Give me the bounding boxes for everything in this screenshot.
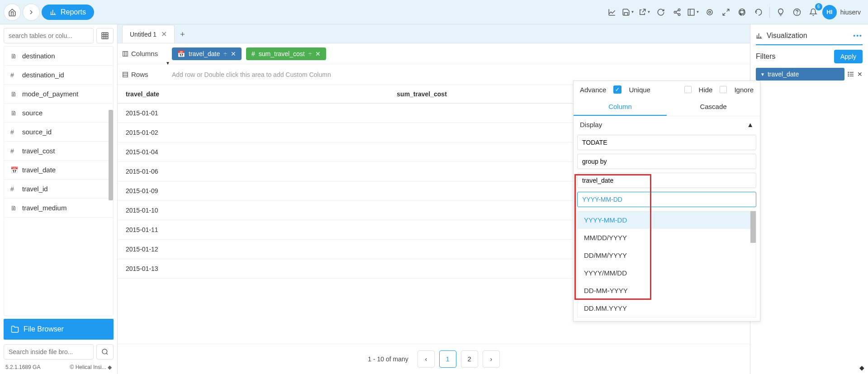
filter-remove-button[interactable]: ✕ xyxy=(857,71,863,78)
filter-chip-travel-date[interactable]: ▼ travel_date xyxy=(756,68,844,80)
hide-checkbox[interactable] xyxy=(684,86,692,93)
column-pill-travel-date[interactable]: 📅 travel_date ÷ ✕ xyxy=(172,47,242,60)
format-option[interactable]: MM/DD/YYYY xyxy=(578,229,756,246)
fullscreen-button[interactable] xyxy=(719,5,733,19)
idea-button[interactable] xyxy=(773,5,788,19)
tab-cascade[interactable]: Cascade xyxy=(667,98,760,116)
table-header[interactable]: travel_date xyxy=(118,85,389,104)
search-tables-input[interactable] xyxy=(4,28,94,43)
notifications-button[interactable]: 6 xyxy=(806,5,821,19)
grid-icon xyxy=(101,32,109,40)
format-option[interactable]: DD/MM/YYYY xyxy=(578,246,756,264)
field-item[interactable]: #travel_cost xyxy=(4,142,113,161)
hash-icon: # xyxy=(10,128,18,136)
field-item[interactable]: 🗎travel_medium xyxy=(4,199,113,218)
pagination: 1 - 10 of many ‹ 1 2 › xyxy=(118,344,750,374)
column-pill-sum-travel-cost[interactable]: # sum_travel_cost ÷ ✕ xyxy=(246,47,326,60)
next-page-button[interactable]: › xyxy=(483,350,500,368)
preview-button[interactable] xyxy=(702,5,717,19)
tab-untitled[interactable]: Untitled 1 ✕ xyxy=(122,25,175,43)
format-option[interactable]: DD.MM.YYYY xyxy=(578,299,756,317)
unique-label: Unique xyxy=(629,86,650,94)
export-icon xyxy=(638,8,646,16)
layout-button[interactable]: ▼ xyxy=(686,5,701,19)
share-button[interactable] xyxy=(670,5,684,19)
format-option[interactable]: DD-MM-YYYY xyxy=(578,282,756,299)
svg-point-24 xyxy=(102,349,107,354)
user-avatar[interactable]: HI xyxy=(822,5,837,19)
field-item[interactable]: #destination_id xyxy=(4,66,113,85)
apply-button[interactable]: Apply xyxy=(834,50,863,63)
tab-column[interactable]: Column xyxy=(574,98,667,116)
svg-line-9 xyxy=(676,10,678,11)
svg-line-25 xyxy=(106,353,108,355)
date-format-input[interactable] xyxy=(577,192,756,207)
field-item[interactable]: 🗎destination xyxy=(4,47,113,66)
format-option[interactable]: YYYY/MM/DD xyxy=(578,264,756,282)
tab-close-button[interactable]: ✕ xyxy=(161,30,167,38)
dropdown-scrollbar[interactable] xyxy=(750,211,756,243)
help-icon xyxy=(793,8,801,16)
prev-page-button[interactable]: ‹ xyxy=(417,350,435,368)
column-name-field[interactable] xyxy=(577,173,756,188)
svg-point-39 xyxy=(848,72,849,72)
file-icon: 🗎 xyxy=(10,109,18,117)
undo-button[interactable] xyxy=(751,5,766,19)
github-icon xyxy=(738,8,746,16)
display-toggle[interactable]: Display ▲ xyxy=(574,116,760,133)
groupby-field[interactable] xyxy=(577,154,756,169)
file-search-input[interactable] xyxy=(4,344,94,360)
ignore-label: Ignore xyxy=(734,86,754,94)
todate-field[interactable] xyxy=(577,135,756,150)
file-search-button[interactable] xyxy=(96,344,114,360)
columns-config-row: Columns 📅 travel_date ÷ ✕ # sum_travel_c… xyxy=(118,43,750,64)
refresh-icon xyxy=(657,8,665,16)
field-item[interactable]: #travel_id xyxy=(4,180,113,199)
field-item[interactable]: 🗎mode_of_payment xyxy=(4,85,113,104)
hash-icon: # xyxy=(10,185,18,193)
github-button[interactable] xyxy=(735,5,749,19)
ignore-checkbox[interactable] xyxy=(720,86,727,93)
svg-point-41 xyxy=(848,76,849,76)
svg-rect-29 xyxy=(123,72,128,77)
resize-handle-icon[interactable]: ◆ xyxy=(859,364,864,371)
lightbulb-icon xyxy=(777,8,785,16)
advance-checkbox[interactable]: ✓ xyxy=(613,85,621,94)
sidebar: 🗎destination #destination_id 🗎mode_of_pa… xyxy=(0,24,118,374)
hash-icon: # xyxy=(10,147,18,155)
help-button[interactable] xyxy=(790,5,804,19)
svg-rect-26 xyxy=(123,51,128,56)
pill-remove-button[interactable]: ✕ xyxy=(315,50,321,57)
svg-point-7 xyxy=(674,11,676,13)
breadcrumb-next-button[interactable] xyxy=(23,4,40,21)
pill-remove-button[interactable]: ✕ xyxy=(231,50,236,57)
page-2-button[interactable]: 2 xyxy=(461,350,478,368)
viz-more-button[interactable]: ••• xyxy=(853,32,863,39)
file-browser-button[interactable]: File Browser xyxy=(4,319,114,340)
refresh-button[interactable] xyxy=(654,5,668,19)
field-item[interactable]: 📅travel_date xyxy=(4,161,113,180)
add-tab-button[interactable]: + xyxy=(175,26,190,43)
table-grid-button[interactable] xyxy=(96,28,114,43)
chart-view-button[interactable] xyxy=(605,5,619,19)
reports-breadcrumb[interactable]: Reports xyxy=(42,5,94,20)
field-item[interactable]: 🗎source xyxy=(4,104,113,123)
field-list: 🗎destination #destination_id 🗎mode_of_pa… xyxy=(4,46,114,316)
export-button[interactable]: ▼ xyxy=(637,5,652,19)
rows-icon xyxy=(122,71,128,78)
expand-icon xyxy=(722,8,730,16)
svg-line-10 xyxy=(676,13,678,14)
date-icon: 📅 xyxy=(177,50,185,57)
list-toggle-button[interactable] xyxy=(847,71,854,78)
save-button[interactable]: ▼ xyxy=(621,5,636,19)
scrollbar[interactable] xyxy=(109,110,113,200)
field-item[interactable]: #source_id xyxy=(4,123,113,142)
chevron-down-icon: ▼ xyxy=(760,72,765,77)
home-button[interactable] xyxy=(4,4,21,21)
file-icon: 🗎 xyxy=(10,90,18,98)
list-icon xyxy=(847,71,854,78)
svg-point-13 xyxy=(707,9,712,15)
notification-count: 6 xyxy=(815,3,822,10)
page-1-button[interactable]: 1 xyxy=(439,350,456,368)
format-option[interactable]: YYYY-MM-DD xyxy=(578,211,756,229)
